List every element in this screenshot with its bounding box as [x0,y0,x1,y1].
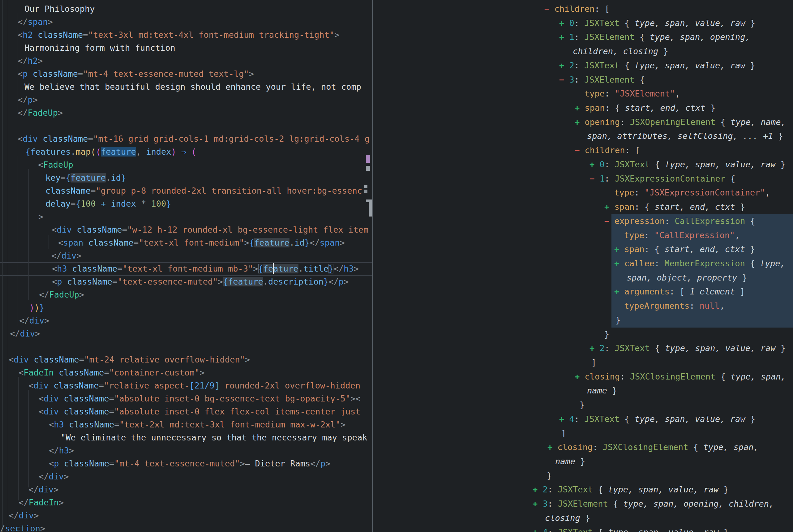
ast-node-row[interactable]: ] [373,355,793,369]
code-line[interactable]: ))} [0,301,372,314]
code-line[interactable]: <div className="absolute inset-0 flex fl… [0,405,372,418]
ast-node-row[interactable]: typeArguments: null, [373,299,793,313]
ast-node-row[interactable]: + 0: JSXText { type, span, value, raw } [373,16,793,30]
collapse-toggle-icon[interactable]: − [575,145,580,155]
code-line[interactable]: "We eliminate the unnecessary so that th… [0,431,372,444]
ast-node-row[interactable]: } [373,469,793,483]
expand-toggle-icon[interactable]: + [575,103,580,113]
code-editor-pane[interactable]: Our Philosophy</span><h2 className="text… [0,0,372,532]
ast-node-row[interactable]: − children: [ [373,2,793,16]
code-line[interactable]: <FadeUp [0,158,372,171]
expand-toggle-icon[interactable]: + [533,485,538,494]
ast-node-row[interactable]: + span: { start, end, ctxt } [373,101,793,115]
ast-node-row[interactable]: − 3: JSXElement { [373,73,793,87]
ast-node-row[interactable]: } [373,398,793,412]
ast-node-row[interactable]: − expression: CallExpression { [373,214,793,228]
ast-node-row[interactable]: + 4: JSXText { type, span, value, raw } [373,412,793,426]
code-line[interactable]: > [0,210,372,223]
code-line[interactable]: </div> [0,483,372,496]
ast-node-row[interactable]: type: "JSXElement", [373,87,793,101]
expand-toggle-icon[interactable]: + [604,202,609,212]
code-line[interactable]: Our Philosophy [0,2,372,16]
expand-toggle-icon[interactable]: + [589,343,595,353]
ast-node-row[interactable]: } [373,313,793,327]
ast-node-row[interactable]: span, attributes, selfClosing, ... +1 } [373,129,793,143]
ast-node-row[interactable]: closing } [373,511,793,525]
code-line[interactable]: <h2 className="text-3xl md:text-4xl font… [0,28,372,41]
expand-toggle-icon[interactable]: + [575,372,580,381]
expand-toggle-icon[interactable]: + [589,159,595,169]
ast-node-row[interactable]: } [373,327,793,341]
code-line[interactable]: <p className="mt-4 text-essence-muted te… [0,68,372,80]
collapse-toggle-icon[interactable]: − [589,174,595,184]
ast-node-row[interactable]: ] [373,426,793,440]
ast-tree-pane[interactable]: − children: [+ 0: JSXText { type, span, … [373,0,793,532]
code-line[interactable]: </FadeIn> [0,496,372,509]
ast-node-row[interactable]: + 2: JSXText { type, span, value, raw } [373,58,793,73]
code-line[interactable]: <div className="mt-16 grid grid-cols-1 m… [0,132,372,145]
ast-node-row[interactable]: name } [373,454,793,469]
ast-node-row[interactable]: type: "CallExpression", [373,228,793,243]
ast-node-row[interactable]: + 1: JSXElement { type, span, opening, [373,30,793,44]
collapse-toggle-icon[interactable]: − [604,216,609,226]
code-line[interactable]: <div className="mt-24 relative overflow-… [0,353,372,366]
code-line[interactable]: We believe that beautiful design should … [0,80,372,93]
code-line[interactable]: <h3 className="text-xl font-medium mb-3"… [0,262,372,275]
collapse-toggle-icon[interactable]: − [559,75,564,84]
ast-node-row[interactable]: + 3: JSXElement { type, span, opening, c… [373,497,793,511]
code-line[interactable]: {features.map((feature, index) ⇒ ( [0,145,372,158]
code-line[interactable]: delay={100 + index * 100} [0,197,372,210]
expand-toggle-icon[interactable]: + [614,259,619,268]
expand-toggle-icon[interactable]: + [614,244,619,254]
code-line[interactable]: </div> [0,509,372,522]
ast-node-row[interactable]: + 2: JSXText { type, span, value, raw } [373,482,793,497]
ast-node-row[interactable]: + arguments: [ 1 element ] [373,285,793,299]
ast-node-row[interactable]: + 4: JSXText { type, span, value, raw } [373,525,793,532]
code-line[interactable]: /section> [0,522,372,532]
code-line[interactable]: </h2> [0,54,372,68]
code-line[interactable] [0,340,372,353]
code-line[interactable]: <p className="mt-4 text-essence-muted">—… [0,457,372,470]
code-line[interactable]: Harmonizing form with function [0,41,372,54]
expand-toggle-icon[interactable]: + [559,61,564,70]
ast-node-row[interactable]: + 0: JSXText { type, span, value, raw } [373,157,793,172]
code-line[interactable]: key={feature.id} [0,171,372,184]
code-line[interactable]: </h3> [0,444,372,457]
collapse-toggle-icon[interactable]: − [544,4,549,14]
ast-node-row[interactable]: + opening: JSXOpeningElement { type, nam… [373,115,793,129]
code-line[interactable]: <p className="text-essence-muted">{featu… [0,275,372,288]
code-line[interactable]: </FadeUp> [0,107,372,119]
expand-toggle-icon[interactable]: + [533,527,538,532]
code-line[interactable]: <div className="w-12 h-12 rounded-xl bg-… [0,223,372,236]
expand-toggle-icon[interactable]: + [575,117,580,127]
code-line[interactable]: className="group p-8 rounded-2xl transit… [0,184,372,197]
ast-node-row[interactable]: + closing: JSXClosingElement { type, spa… [373,440,793,454]
code-line[interactable]: </div> [0,314,372,327]
code-line[interactable]: </span> [0,16,372,28]
ast-node-row[interactable]: span, object, property } [373,271,793,285]
ast-node-row[interactable]: type: "JSXExpressionContainer", [373,186,793,200]
expand-toggle-icon[interactable]: + [559,414,564,424]
ast-node-row[interactable]: + span: { start, end, ctxt } [373,200,793,214]
code-line[interactable]: </div> [0,470,372,483]
code-line[interactable]: <FadeIn className="container-custom"> [0,366,372,379]
code-line[interactable]: <h3 className="text-2xl md:text-3xl font… [0,418,372,431]
ast-node-row[interactable]: − 1: JSXExpressionContainer { [373,172,793,186]
ast-node-row[interactable]: + callee: MemberExpression { type, [373,256,793,271]
ast-node-row[interactable]: + 2: JSXText { type, span, value, raw } [373,341,793,355]
code-line[interactable]: </div> [0,249,372,262]
ast-node-row[interactable]: + closing: JSXClosingElement { type, spa… [373,369,793,384]
code-line[interactable]: <div className="relative aspect-[21/9] r… [0,379,372,392]
code-line[interactable]: <div className="absolute inset-0 bg-esse… [0,392,372,405]
ast-node-row[interactable]: name } [373,383,793,398]
ast-node-row[interactable]: + span: { start, end, ctxt } [373,242,793,256]
code-line[interactable]: </p> [0,93,372,107]
expand-toggle-icon[interactable]: + [559,32,564,42]
code-line[interactable]: </div> [0,327,372,340]
ast-node-row[interactable]: − children: [ [373,143,793,157]
expand-toggle-icon[interactable]: + [559,18,564,28]
code-line[interactable]: <span className="text-xl font-medium">{f… [0,236,372,249]
code-line[interactable]: </FadeUp> [0,288,372,301]
expand-toggle-icon[interactable]: + [533,499,538,509]
code-line[interactable] [0,119,372,132]
